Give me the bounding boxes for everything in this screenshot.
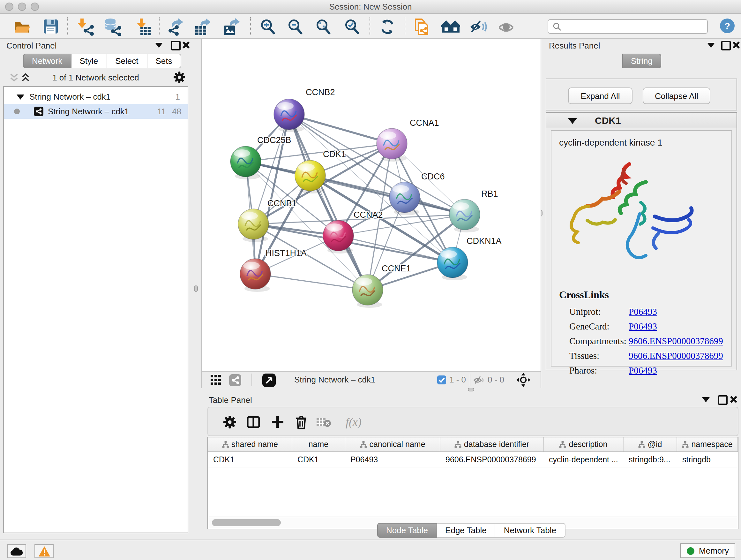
- panel-float-icon[interactable]: [171, 41, 181, 51]
- toolbar-separator: [252, 374, 252, 386]
- column-header-description[interactable]: description: [544, 437, 623, 451]
- import-table-file-button[interactable]: [132, 17, 154, 37]
- node-CCNE1[interactable]: [352, 274, 383, 308]
- memory-button[interactable]: Memory: [680, 543, 735, 558]
- network-mode-icon[interactable]: [229, 374, 241, 386]
- panel-float-icon[interactable]: [721, 41, 731, 51]
- import-network-database-button[interactable]: [102, 17, 124, 37]
- table-row[interactable]: CDK1CDK1P064939606.ENSP00000378699cyclin…: [208, 452, 738, 468]
- column-header-database-identifier[interactable]: database identifier: [441, 437, 544, 451]
- panel-float-icon[interactable]: [718, 395, 728, 405]
- column-header-shared-name[interactable]: shared name: [208, 437, 292, 451]
- search-input[interactable]: [564, 21, 707, 32]
- grid-mode-icon[interactable]: [211, 375, 221, 386]
- panel-menu-icon[interactable]: [702, 397, 710, 402]
- collapse-all-button[interactable]: Collapse All: [643, 87, 711, 104]
- scrollbar-thumb[interactable]: [212, 519, 281, 526]
- node-CCNA1[interactable]: [377, 128, 407, 162]
- tab-select[interactable]: Select: [107, 54, 147, 68]
- node-CDKN1A[interactable]: [437, 247, 468, 280]
- network-row-selected[interactable]: String Network – cdk1 11 48: [4, 104, 188, 119]
- panel-close-icon[interactable]: [730, 395, 738, 403]
- cloud-status-button[interactable]: [7, 544, 26, 558]
- cell-id: stringdb:9...: [623, 452, 677, 467]
- zoom-in-button[interactable]: [257, 17, 279, 37]
- crosslink-link-uniprot[interactable]: P06493: [629, 307, 657, 317]
- panel-close-icon[interactable]: [732, 41, 740, 49]
- panel-close-icon[interactable]: [182, 41, 190, 49]
- left-splitter-handle[interactable]: [194, 286, 198, 292]
- column-type-icon: [638, 441, 645, 448]
- search-field[interactable]: [548, 19, 708, 34]
- gene-name: CDK1: [595, 115, 621, 126]
- open-session-button[interactable]: [11, 17, 32, 37]
- crosslink-link-genecard[interactable]: P06493: [629, 321, 657, 332]
- export-image-button[interactable]: [221, 17, 243, 37]
- hidden-eye-icon[interactable]: [474, 375, 485, 385]
- crosslink-label: GeneCard:: [569, 321, 629, 332]
- tab-style[interactable]: Style: [71, 54, 107, 68]
- import-network-file-button[interactable]: [75, 17, 97, 37]
- cell-name: CDK1: [292, 452, 345, 467]
- crosslink-link-pharos[interactable]: P06493: [629, 365, 657, 376]
- tab-string[interactable]: String: [622, 54, 662, 68]
- export-network-button[interactable]: [165, 17, 186, 37]
- trash-icon: [294, 415, 308, 430]
- export-table-button[interactable]: [192, 17, 214, 37]
- show-columns-button[interactable]: [245, 414, 262, 430]
- tab-network[interactable]: Network: [23, 54, 71, 68]
- column-header-canonical-name[interactable]: canonical name: [345, 437, 441, 451]
- zoom-out-button[interactable]: [285, 17, 307, 37]
- birdseye-view-icon[interactable]: [262, 374, 276, 387]
- tab-node-table[interactable]: Node Table: [377, 523, 437, 538]
- gene-section-header[interactable]: CDK1: [546, 113, 737, 128]
- zoom-fit-button[interactable]: [313, 17, 334, 37]
- crosslink-link-tissues[interactable]: 9606.ENSP00000378699: [629, 351, 723, 361]
- help-button[interactable]: ?: [720, 18, 735, 33]
- section-expander-icon[interactable]: [568, 118, 577, 124]
- column-header-id[interactable]: @id: [623, 437, 677, 451]
- tab-sets[interactable]: Sets: [147, 54, 181, 68]
- warnings-button[interactable]: [35, 544, 54, 558]
- current-network-name: String Network – cdk1: [294, 375, 375, 384]
- delete-column-button[interactable]: [293, 414, 310, 430]
- refresh-view-button[interactable]: [377, 17, 398, 37]
- save-session-button[interactable]: [40, 17, 61, 37]
- node-CCNB1[interactable]: [238, 209, 269, 242]
- crosslink-label: Tissues:: [569, 351, 629, 361]
- tab-network-table[interactable]: Network Table: [495, 523, 565, 538]
- expand-all-button[interactable]: Expand All: [568, 87, 632, 104]
- column-label: canonical name: [369, 440, 425, 449]
- delete-table-button[interactable]: [315, 414, 332, 430]
- selected-checkbox-icon[interactable]: [437, 375, 446, 384]
- function-builder-button[interactable]: f(x): [341, 414, 366, 430]
- panel-menu-icon[interactable]: [707, 43, 715, 48]
- column-label: description: [569, 440, 608, 449]
- column-header-name[interactable]: name: [292, 437, 345, 451]
- tab-edge-table[interactable]: Edge Table: [437, 523, 495, 538]
- zoom-out-icon: [287, 18, 304, 35]
- zoom-selected-button[interactable]: [341, 17, 363, 37]
- node-CDC25B[interactable]: [230, 146, 261, 179]
- node-CDC6[interactable]: [389, 182, 420, 215]
- crosslink-link-compartments[interactable]: 9606.ENSP00000378699: [629, 336, 723, 347]
- cell-database-identifier: 9606.ENSP00000378699: [441, 452, 544, 467]
- add-column-button[interactable]: [269, 414, 286, 430]
- gear-icon[interactable]: [173, 71, 186, 84]
- show-graphics-details-button[interactable]: [440, 17, 461, 37]
- tree-expander-icon[interactable]: [17, 94, 24, 99]
- node-CCNA2[interactable]: [323, 220, 354, 253]
- node-HIST1H1A[interactable]: [240, 259, 271, 292]
- show-all-button[interactable]: [495, 17, 517, 37]
- copy-style-button[interactable]: [411, 17, 433, 37]
- network-canvas[interactable]: CCNB2CCNA1CDC25BCDK1CDC6RB1CCNB1CCNA2CDK…: [202, 39, 541, 371]
- fit-selected-crosshair-icon[interactable]: [516, 373, 530, 387]
- node-RB1[interactable]: [449, 199, 480, 233]
- table-settings-button[interactable]: [221, 414, 238, 430]
- column-header-namespace[interactable]: namespace: [677, 437, 738, 451]
- panel-menu-icon[interactable]: [155, 43, 163, 48]
- node-CDK1[interactable]: [295, 160, 326, 193]
- protein-structure-image: [563, 157, 706, 278]
- network-collection-row[interactable]: String Network – cdk1 1: [4, 89, 188, 104]
- hide-selected-button[interactable]: [467, 17, 489, 37]
